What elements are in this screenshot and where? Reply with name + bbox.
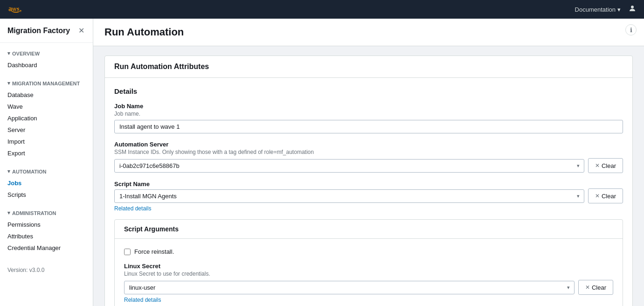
job-name-input[interactable] [114, 120, 623, 133]
automation-server-hint: SSM Instance IDs. Only showing those wit… [114, 149, 623, 155]
script-name-label: Script Name [114, 181, 623, 188]
sidebar-item-application[interactable]: Application [0, 112, 93, 124]
script-name-clear-button[interactable]: ✕ Clear [588, 188, 623, 203]
automation-server-wrapper: i-0ab2c971c6e58867b ▾ [114, 159, 584, 173]
sidebar-section-automation: ▾ Automation Jobs Scripts [0, 161, 93, 202]
panel-body: Details Job Name Job name. Automation Se… [105, 78, 632, 306]
linux-secret-row: linux-user ▾ ✕ Clear [124, 280, 613, 295]
force-reinstall-row: Force reinstall. [124, 248, 613, 255]
linux-secret-clear-button[interactable]: ✕ Clear [578, 280, 613, 295]
script-name-row: 1-Install MGN Agents ▾ ✕ Clear [114, 188, 623, 203]
force-reinstall-checkbox[interactable] [124, 249, 131, 255]
automation-server-row: i-0ab2c971c6e58867b ▾ ✕ Clear [114, 158, 623, 173]
main-content: Run Automation Run Automation Attributes… [93, 19, 644, 306]
top-navigation: Documentation ▾ [0, 0, 644, 19]
linux-secret-hint: Linux Secret to use for credentials. [124, 271, 613, 277]
details-title: Details [114, 87, 623, 95]
sidebar-item-dashboard[interactable]: Dashboard [0, 59, 93, 71]
close-sidebar-button[interactable]: ✕ [77, 25, 85, 36]
x-icon: ✕ [585, 284, 590, 291]
svg-point-0 [631, 6, 634, 8]
sidebar-header: Migration Factory ✕ [0, 19, 93, 43]
script-name-select[interactable]: 1-Install MGN Agents [114, 189, 584, 203]
sidebar: Migration Factory ✕ ▾ Overview Dashboard… [0, 19, 93, 306]
chevron-down-icon: ▾ [617, 6, 621, 13]
script-name-group: Script Name 1-Install MGN Agents ▾ ✕ [114, 181, 623, 212]
job-name-hint: Job name. [114, 111, 623, 117]
documentation-link[interactable]: Documentation ▾ [575, 6, 621, 13]
sidebar-section-migration: ▾ Migration Management Database Wave App… [0, 73, 93, 161]
linux-related-details-link[interactable]: Related details [124, 297, 613, 303]
force-reinstall-label: Force reinstall. [134, 248, 174, 255]
aws-logo [7, 4, 22, 15]
script-arguments-title: Script Arguments [124, 225, 613, 233]
run-automation-panel: Run Automation Attributes Details Job Na… [104, 56, 633, 306]
script-name-wrapper: 1-Install MGN Agents ▾ [114, 189, 584, 203]
details-section: Details Job Name Job name. Automation Se… [114, 87, 623, 306]
user-icon[interactable] [628, 4, 637, 14]
script-arguments-header: Script Arguments [115, 220, 623, 239]
sidebar-item-permissions[interactable]: Permissions [0, 219, 93, 230]
page-header: Run Automation [93, 19, 644, 46]
sidebar-item-attributes[interactable]: Attributes [0, 230, 93, 242]
sidebar-title: Migration Factory [7, 27, 70, 35]
sidebar-section-overview: ▾ Overview Dashboard [0, 43, 93, 73]
linux-secret-select[interactable]: linux-user [124, 281, 575, 294]
sidebar-item-import[interactable]: Import [0, 136, 93, 147]
sidebar-section-title-administration: ▾ Administration [0, 208, 93, 219]
sidebar-item-wave[interactable]: Wave [0, 101, 93, 112]
arrow-icon: ▾ [7, 50, 10, 56]
documentation-label: Documentation [575, 6, 616, 13]
job-name-label: Job Name [114, 103, 623, 110]
sidebar-item-scripts[interactable]: Scripts [0, 189, 93, 201]
automation-server-select[interactable]: i-0ab2c971c6e58867b [114, 159, 584, 173]
arrow-icon: ▾ [7, 80, 10, 86]
arrow-icon: ▾ [7, 210, 10, 216]
x-icon: ✕ [595, 162, 600, 169]
sidebar-item-jobs[interactable]: Jobs [0, 177, 93, 189]
sidebar-version: Version: v3.0.0 [0, 259, 93, 281]
sidebar-section-administration: ▾ Administration Permissions Attributes … [0, 202, 93, 256]
info-icon: ℹ [630, 27, 632, 34]
sidebar-item-database[interactable]: Database [0, 89, 93, 101]
sidebar-item-server[interactable]: Server [0, 124, 93, 136]
sidebar-section-title-automation: ▾ Automation [0, 167, 93, 177]
page-title: Run Automation [104, 26, 633, 38]
script-arguments-body: Force reinstall. Linux Secret Linux Secr… [115, 239, 623, 306]
automation-server-label: Automation Server [114, 141, 623, 148]
linux-secret-label: Linux Secret [124, 263, 613, 270]
x-icon: ✕ [595, 193, 600, 199]
sidebar-section-title-migration: ▾ Migration Management [0, 78, 93, 89]
automation-server-clear-button[interactable]: ✕ Clear [588, 158, 623, 173]
info-button[interactable]: ℹ [625, 24, 637, 35]
script-related-details-link[interactable]: Related details [114, 205, 623, 212]
linux-secret-wrapper: linux-user ▾ [124, 281, 575, 294]
content-area: Run Automation Attributes Details Job Na… [93, 46, 644, 306]
arrow-icon: ▾ [7, 168, 10, 174]
job-name-group: Job Name Job name. [114, 103, 623, 133]
panel-header: Run Automation Attributes [105, 56, 632, 78]
linux-secret-group: Linux Secret Linux Secret to use for cre… [124, 263, 613, 303]
automation-server-group: Automation Server SSM Instance IDs. Only… [114, 141, 623, 173]
sidebar-item-credential-manager[interactable]: Credential Manager [0, 242, 93, 254]
sidebar-item-export[interactable]: Export [0, 147, 93, 159]
script-arguments-panel: Script Arguments Force reinstall. [114, 219, 623, 306]
panel-title: Run Automation Attributes [114, 63, 623, 71]
sidebar-section-title-overview: ▾ Overview [0, 49, 93, 59]
